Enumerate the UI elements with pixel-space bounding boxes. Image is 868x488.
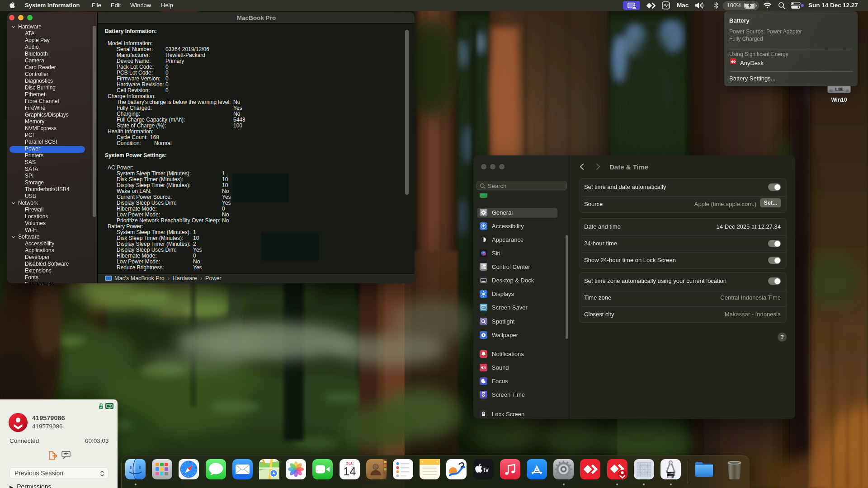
svg-text:14: 14 xyxy=(343,465,356,478)
svg-text:tv: tv xyxy=(483,466,489,473)
